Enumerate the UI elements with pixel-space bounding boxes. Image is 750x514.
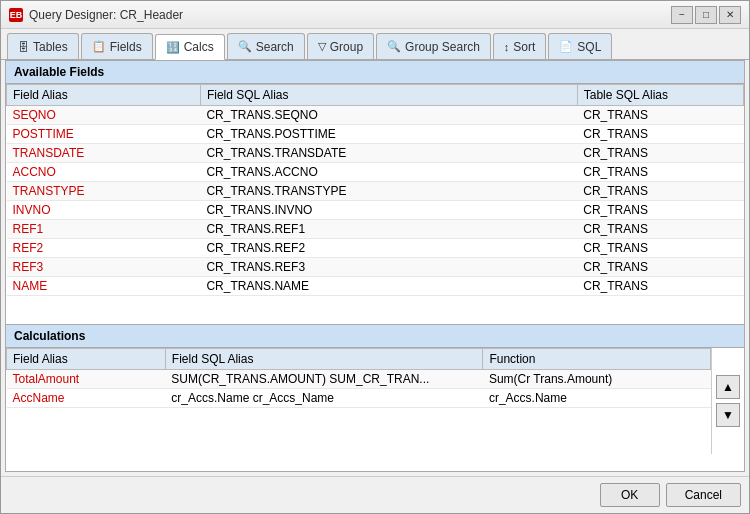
field-table-cell: CR_TRANS	[577, 125, 743, 144]
calculations-section: Calculations Field Alias Field SQL Alias…	[6, 324, 744, 454]
calc-function-cell: cr_Accs.Name	[483, 389, 711, 408]
sql-tab-icon: 📄	[559, 40, 573, 53]
calc-sql-alias-cell: cr_Accs.Name cr_Accs_Name	[165, 389, 483, 408]
field-sql-alias-cell: CR_TRANS.REF1	[200, 220, 577, 239]
sort-tab-icon: ↕	[504, 41, 510, 53]
tables-tab-icon: 🗄	[18, 41, 29, 53]
calcs-scroll[interactable]: Field Alias Field SQL Alias Function Tot…	[6, 348, 711, 408]
calculations-header: Calculations	[6, 325, 744, 348]
field-sql-alias-cell: CR_TRANS.INVNO	[200, 201, 577, 220]
window-title: Query Designer: CR_Header	[29, 8, 183, 22]
table-row[interactable]: REF1 CR_TRANS.REF1 CR_TRANS	[7, 220, 744, 239]
close-button[interactable]: ✕	[719, 6, 741, 24]
field-sql-alias-cell: CR_TRANS.TRANSTYPE	[200, 182, 577, 201]
tab-fields-label: Fields	[110, 40, 142, 54]
tab-fields[interactable]: 📋 Fields	[81, 33, 153, 59]
field-alias-cell: SEQNO	[7, 106, 201, 125]
cancel-button[interactable]: Cancel	[666, 483, 741, 507]
table-row[interactable]: NAME CR_TRANS.NAME CR_TRANS	[7, 277, 744, 296]
field-table-cell: CR_TRANS	[577, 277, 743, 296]
move-up-button[interactable]: ▲	[716, 375, 740, 399]
tab-group-search-label: Group Search	[405, 40, 480, 54]
field-table-cell: CR_TRANS	[577, 182, 743, 201]
calc-function-cell: Sum(Cr Trans.Amount)	[483, 370, 711, 389]
field-table-cell: CR_TRANS	[577, 201, 743, 220]
table-row[interactable]: TotalAmount SUM(CR_TRANS.AMOUNT) SUM_CR_…	[7, 370, 711, 389]
calculations-table: Field Alias Field SQL Alias Function Tot…	[6, 348, 711, 408]
available-fields-header: Available Fields	[6, 61, 744, 84]
title-controls: − □ ✕	[671, 6, 741, 24]
field-sql-alias-cell: CR_TRANS.ACCNO	[200, 163, 577, 182]
field-alias-cell: REF3	[7, 258, 201, 277]
tab-tables[interactable]: 🗄 Tables	[7, 33, 79, 59]
main-content: Available Fields Field Alias Field SQL A…	[5, 60, 745, 472]
calcs-col-header-func: Function	[483, 349, 711, 370]
tab-search-label: Search	[256, 40, 294, 54]
fields-tab-icon: 📋	[92, 40, 106, 53]
calcs-col-header-sql: Field SQL Alias	[165, 349, 483, 370]
tab-sort[interactable]: ↕ Sort	[493, 33, 547, 59]
calcs-tab-icon: 🔢	[166, 41, 180, 54]
field-table-cell: CR_TRANS	[577, 239, 743, 258]
tab-calcs-label: Calcs	[184, 40, 214, 54]
field-sql-alias-cell: CR_TRANS.TRANSDATE	[200, 144, 577, 163]
calc-alias-cell: TotalAmount	[7, 370, 166, 389]
table-row[interactable]: INVNO CR_TRANS.INVNO CR_TRANS	[7, 201, 744, 220]
field-sql-alias-cell: CR_TRANS.REF2	[200, 239, 577, 258]
ok-button[interactable]: OK	[600, 483, 660, 507]
available-fields-table-area: Field Alias Field SQL Alias Table SQL Al…	[6, 84, 744, 324]
title-bar-left: EB Query Designer: CR_Header	[9, 8, 183, 22]
tab-bar: 🗄 Tables 📋 Fields 🔢 Calcs 🔍 Search ▽ Gro…	[1, 29, 749, 60]
table-row[interactable]: ACCNO CR_TRANS.ACCNO CR_TRANS	[7, 163, 744, 182]
app-icon: EB	[9, 8, 23, 22]
table-row[interactable]: REF2 CR_TRANS.REF2 CR_TRANS	[7, 239, 744, 258]
table-row[interactable]: SEQNO CR_TRANS.SEQNO CR_TRANS	[7, 106, 744, 125]
bottom-bar: OK Cancel	[1, 476, 749, 513]
calculations-table-wrapper: Field Alias Field SQL Alias Function Tot…	[6, 348, 711, 454]
calc-alias-cell: AccName	[7, 389, 166, 408]
table-row[interactable]: TRANSDATE CR_TRANS.TRANSDATE CR_TRANS	[7, 144, 744, 163]
tab-sql-label: SQL	[577, 40, 601, 54]
tab-group-search[interactable]: 🔍 Group Search	[376, 33, 491, 59]
calc-sql-alias-cell: SUM(CR_TRANS.AMOUNT) SUM_CR_TRAN...	[165, 370, 483, 389]
col-header-field-sql-alias: Field SQL Alias	[200, 85, 577, 106]
calculations-title: Calculations	[14, 329, 85, 343]
table-row[interactable]: POSTTIME CR_TRANS.POSTTIME CR_TRANS	[7, 125, 744, 144]
field-sql-alias-cell: CR_TRANS.REF3	[200, 258, 577, 277]
fields-scroll[interactable]: Field Alias Field SQL Alias Table SQL Al…	[6, 84, 744, 324]
field-table-cell: CR_TRANS	[577, 258, 743, 277]
calcs-arrow-buttons: ▲ ▼	[711, 348, 744, 454]
tab-search[interactable]: 🔍 Search	[227, 33, 305, 59]
field-sql-alias-cell: CR_TRANS.NAME	[200, 277, 577, 296]
tab-group[interactable]: ▽ Group	[307, 33, 374, 59]
field-alias-cell: TRANSTYPE	[7, 182, 201, 201]
field-alias-cell: REF1	[7, 220, 201, 239]
field-alias-cell: INVNO	[7, 201, 201, 220]
calculations-table-area: Field Alias Field SQL Alias Function Tot…	[6, 348, 744, 454]
table-row[interactable]: REF3 CR_TRANS.REF3 CR_TRANS	[7, 258, 744, 277]
title-bar: EB Query Designer: CR_Header − □ ✕	[1, 1, 749, 29]
tab-tables-label: Tables	[33, 40, 68, 54]
available-fields-title: Available Fields	[14, 65, 104, 79]
minimize-button[interactable]: −	[671, 6, 693, 24]
available-fields-table: Field Alias Field SQL Alias Table SQL Al…	[6, 84, 744, 296]
tab-group-label: Group	[330, 40, 363, 54]
field-alias-cell: POSTTIME	[7, 125, 201, 144]
field-table-cell: CR_TRANS	[577, 220, 743, 239]
table-row[interactable]: TRANSTYPE CR_TRANS.TRANSTYPE CR_TRANS	[7, 182, 744, 201]
group-tab-icon: ▽	[318, 40, 326, 53]
tab-sql[interactable]: 📄 SQL	[548, 33, 612, 59]
field-alias-cell: REF2	[7, 239, 201, 258]
field-sql-alias-cell: CR_TRANS.POSTTIME	[200, 125, 577, 144]
field-alias-cell: NAME	[7, 277, 201, 296]
col-header-table-sql-alias: Table SQL Alias	[577, 85, 743, 106]
field-table-cell: CR_TRANS	[577, 106, 743, 125]
group-search-tab-icon: 🔍	[387, 40, 401, 53]
tab-sort-label: Sort	[513, 40, 535, 54]
tab-calcs[interactable]: 🔢 Calcs	[155, 34, 225, 60]
table-row[interactable]: AccName cr_Accs.Name cr_Accs_Name cr_Acc…	[7, 389, 711, 408]
field-alias-cell: ACCNO	[7, 163, 201, 182]
field-alias-cell: TRANSDATE	[7, 144, 201, 163]
maximize-button[interactable]: □	[695, 6, 717, 24]
move-down-button[interactable]: ▼	[716, 403, 740, 427]
